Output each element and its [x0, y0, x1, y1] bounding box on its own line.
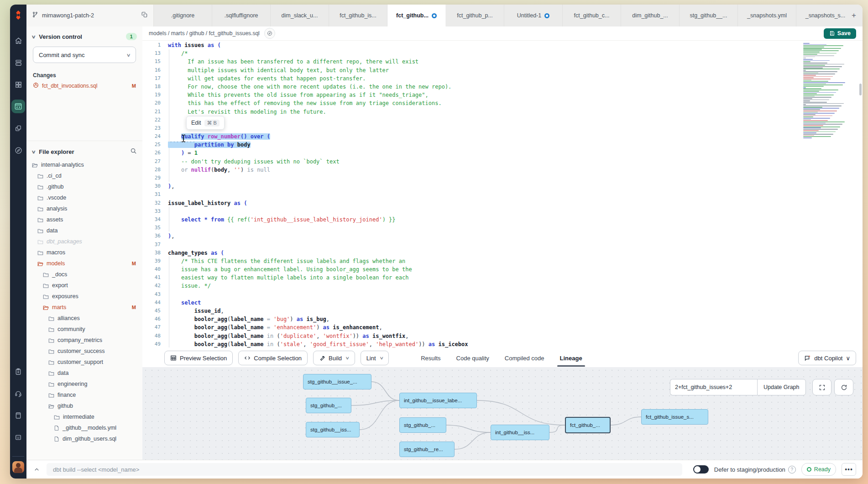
support-headset-icon[interactable]: [11, 387, 25, 400]
code-line-49[interactable]: 49 boolor_agg(label_name in ('stale', 'g…: [142, 340, 863, 348]
edit-tooltip[interactable]: Edit ⌘ B: [186, 116, 225, 130]
lineage-node-stg_github_[interactable]: stg_github_...: [399, 417, 446, 433]
code-line-32[interactable]: 32issue_label_history as (: [142, 199, 863, 207]
code-line-41[interactable]: 41 easiest way to flatten multiple label…: [142, 274, 863, 282]
code-line-47[interactable]: 47 boolor_agg(label_name = 'enhancement'…: [142, 323, 863, 331]
docs-book-icon[interactable]: [11, 409, 25, 422]
folder-item-finance[interactable]: finance: [26, 389, 142, 400]
code-line-1[interactable]: 1with issues as (: [142, 41, 863, 49]
commit-and-sync-button[interactable]: Commit and sync ∨: [33, 47, 136, 63]
code-line-13[interactable]: 13 /*: [142, 49, 863, 58]
folder-item-alliances[interactable]: alliances: [26, 313, 142, 324]
user-avatar[interactable]: [12, 461, 24, 473]
folder-item-_docs[interactable]: _docs: [26, 269, 142, 280]
code-line-24[interactable]: 24 qualify row_number() over (: [142, 132, 863, 141]
folder-item-dbt_packages[interactable]: dbt_packages: [26, 236, 142, 247]
more-options-button[interactable]: •••: [842, 463, 856, 476]
fullscreen-button[interactable]: [812, 379, 831, 395]
code-line-15[interactable]: 15 If an issue has been transferred to a…: [142, 58, 863, 66]
code-line-22[interactable]: 22: [142, 116, 863, 124]
folder-item-macros[interactable]: macros: [26, 247, 142, 258]
code-line-30[interactable]: 30),: [142, 182, 863, 190]
changed-file-row[interactable]: fct_dbt_invocations.sql M: [26, 80, 142, 91]
folder-item-.github[interactable]: .github: [26, 181, 142, 192]
code-line-34[interactable]: 34 select * from {{ ref('int_github__iss…: [142, 216, 863, 224]
dbt-copilot-button[interactable]: dbt Copilot ∨: [798, 351, 856, 365]
folder-item-exposures[interactable]: exposures: [26, 291, 142, 302]
changelog-icon[interactable]: [11, 365, 25, 379]
code-line-31[interactable]: 31: [142, 190, 863, 199]
panel-tab-lineage[interactable]: Lineage: [559, 351, 583, 366]
lint-button[interactable]: Lint∨: [361, 351, 389, 365]
new-tab-button[interactable]: +: [845, 5, 863, 26]
folder-item-company_metrics[interactable]: company_metrics: [26, 335, 142, 346]
folder-item-intermediate[interactable]: intermediate: [26, 411, 142, 422]
lineage-node-stg_github_[interactable]: stg_github_...: [306, 398, 351, 413]
folder-item-models[interactable]: modelsM: [26, 258, 142, 269]
code-line-38[interactable]: 38change_types as (: [142, 249, 863, 257]
panel-tab-code-quality[interactable]: Code quality: [455, 351, 490, 366]
version-control-header[interactable]: ∨ Version control 1: [26, 26, 142, 44]
code-line-16[interactable]: 16 multiple issues with identical body t…: [142, 66, 863, 74]
lineage-selector-input[interactable]: [670, 379, 757, 395]
code-line-18[interactable]: 18 For now, choose the one with more rec…: [142, 83, 863, 91]
command-input[interactable]: dbt build --select <model_name>: [47, 463, 682, 476]
folder-item-customer_support[interactable]: customer_support: [26, 357, 142, 368]
editor-tab[interactable]: .sqlfluffignore: [212, 5, 271, 26]
code-line-29[interactable]: 29: [142, 174, 863, 182]
save-button[interactable]: Save: [824, 28, 856, 39]
preview-selection-button[interactable]: Preview Selection: [164, 351, 233, 365]
file-item-dim_github_users.sql[interactable]: dim_github_users.sql: [26, 433, 142, 444]
folder-item-assets[interactable]: assets: [26, 214, 142, 225]
home-icon[interactable]: [11, 34, 25, 47]
lineage-node-stg_github__issue_[interactable]: stg_github__issue_...: [303, 374, 371, 389]
code-editor[interactable]: 1with issues as (13 /*15 If an issue has…: [142, 40, 863, 349]
copy-branch-icon[interactable]: [141, 11, 148, 20]
code-line-33[interactable]: 33: [142, 207, 863, 216]
code-line-46[interactable]: 46 boolor_agg(label_name = 'bug') as is_…: [142, 315, 863, 323]
code-line-19[interactable]: 19 While this prevents the old issue fro…: [142, 91, 863, 99]
editor-tab[interactable]: dim_slack_u...: [271, 5, 329, 26]
view-docs-compass-icon[interactable]: [264, 28, 275, 39]
code-line-48[interactable]: 48 boolor_agg(label_name in ('duplicate'…: [142, 332, 863, 340]
editor-tab[interactable]: fct_github_p...: [446, 5, 504, 26]
folder-item-analysis[interactable]: analysis: [26, 203, 142, 214]
folder-item-marts[interactable]: martsM: [26, 302, 142, 313]
ide-status-badge[interactable]: Ready: [801, 463, 836, 476]
folder-item-github[interactable]: github: [26, 400, 142, 411]
editor-tab[interactable]: _snapshots.yml: [738, 5, 796, 26]
code-line-35[interactable]: 35: [142, 224, 863, 232]
editor-tab[interactable]: .gitignore: [154, 5, 212, 26]
code-line-44[interactable]: 44 select: [142, 299, 863, 307]
projects-icon[interactable]: [11, 121, 25, 135]
code-line-37[interactable]: 37: [142, 241, 863, 249]
lineage-node-stg_github__iss[interactable]: stg_github__iss...: [306, 422, 360, 437]
refresh-graph-button[interactable]: [834, 379, 853, 395]
code-line-27[interactable]: 27 -- don't try deduping issues with no …: [142, 158, 863, 166]
code-line-21[interactable]: 21 Let's revisit this modeling in the fu…: [142, 108, 863, 116]
editor-tab[interactable]: fct_github...: [387, 5, 446, 26]
help-icon[interactable]: ?: [788, 466, 796, 473]
panel-tab-compiled-code[interactable]: Compiled code: [504, 351, 545, 366]
lineage-node-stg_github__re[interactable]: stg_github__re...: [399, 442, 455, 457]
code-line-25[interactable]: 25 partition by body: [142, 141, 863, 149]
editor-tab[interactable]: fct_github_c...: [563, 5, 621, 26]
code-line-36[interactable]: 36),: [142, 232, 863, 240]
folder-item-data[interactable]: data: [26, 225, 142, 236]
code-line-43[interactable]: 43: [142, 290, 863, 299]
folder-item-customer_success[interactable]: customer_success: [26, 346, 142, 357]
shortcuts-icon[interactable]: [11, 431, 25, 444]
code-line-28[interactable]: 28 or nullif(body, '') is null: [142, 166, 863, 174]
folder-item-.ci_cd[interactable]: .ci_cd: [26, 170, 142, 181]
code-line-17[interactable]: 17 will get updates for events that happ…: [142, 74, 863, 83]
dashboard-icon[interactable]: [11, 78, 25, 91]
code-line-20[interactable]: 20 this has the effect of removing the n…: [142, 99, 863, 107]
expand-command-bar-icon[interactable]: [26, 467, 47, 473]
file-item-_github__models.yml[interactable]: _github__models.yml: [26, 422, 142, 433]
folder-item-internal-analytics[interactable]: internal-analytics: [26, 159, 142, 170]
folder-item-.vscode[interactable]: .vscode: [26, 192, 142, 203]
editor-tab[interactable]: fct_github_is...: [329, 5, 387, 26]
code-line-26[interactable]: 26 ) = 1: [142, 149, 863, 157]
build-button[interactable]: Build∨: [313, 351, 355, 365]
editor-tab[interactable]: dim_github_...: [621, 5, 680, 26]
